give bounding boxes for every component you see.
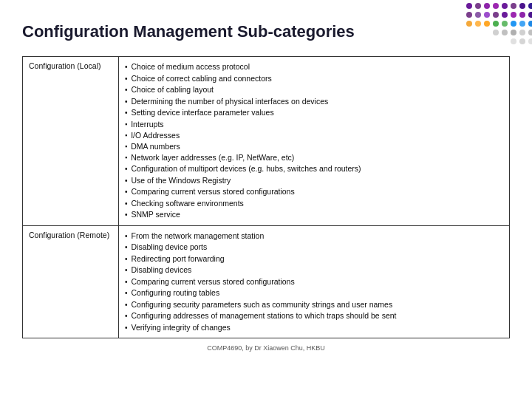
list-item: Interrupts — [125, 119, 503, 130]
list-item: From the network management station — [125, 231, 503, 242]
list-item: Configuring addresses of management stat… — [125, 310, 503, 322]
svg-point-13 — [511, 12, 516, 18]
list-item: Checking software environments — [125, 198, 503, 210]
svg-point-18 — [484, 21, 490, 27]
list-item: Disabling device ports — [125, 242, 503, 253]
list-item: SNMP service — [125, 209, 503, 221]
list-item: I/O Addresses — [125, 130, 503, 141]
svg-point-29 — [511, 38, 516, 44]
svg-point-6 — [519, 3, 525, 9]
svg-point-3 — [493, 3, 499, 9]
list-item: Setting device interface parameter value… — [125, 107, 503, 119]
dots-decoration — [458, 0, 532, 66]
svg-point-12 — [502, 12, 508, 18]
list-item: Configuring security parameters such as … — [125, 299, 503, 311]
svg-point-31 — [528, 38, 532, 44]
footer: COMP4690, by Dr Xiaowen Chu, HKBU — [22, 344, 510, 352]
main-table: Configuration (Local)Choice of medium ac… — [22, 56, 510, 338]
svg-point-9 — [475, 12, 481, 18]
list-item: Configuration of multiport devices (e.g.… — [125, 163, 503, 175]
list-item: Choice of correct cabling and connectors — [125, 73, 503, 85]
svg-point-28 — [528, 30, 532, 35]
list-item: Network layer addresses (e.g. IP, NetWar… — [125, 152, 503, 163]
svg-point-16 — [466, 21, 472, 27]
svg-point-26 — [511, 30, 516, 35]
list-item: Configuring routing tables — [125, 287, 503, 299]
table-row: Configuration (Remote)From the network m… — [23, 225, 510, 338]
category-cell: Configuration (Local) — [23, 57, 119, 226]
list-item: Verifying integrity of changes — [125, 322, 503, 334]
svg-point-23 — [528, 21, 532, 27]
svg-point-11 — [493, 12, 499, 18]
svg-point-14 — [519, 12, 525, 18]
svg-point-4 — [502, 3, 508, 9]
content-cell: From the network management stationDisab… — [119, 225, 510, 338]
svg-point-27 — [519, 30, 525, 35]
svg-point-17 — [475, 21, 481, 27]
list-item: DMA numbers — [125, 141, 503, 152]
list-item: Comparing current versus stored configur… — [125, 186, 503, 198]
svg-point-1 — [475, 3, 481, 9]
page-title: Configuration Management Sub-categories — [22, 22, 510, 41]
category-cell: Configuration (Remote) — [23, 225, 119, 338]
page: Configuration Management Sub-categories … — [0, 0, 532, 399]
svg-point-21 — [511, 21, 516, 27]
svg-point-19 — [493, 21, 499, 27]
svg-point-20 — [502, 21, 508, 27]
svg-point-8 — [466, 12, 472, 18]
svg-point-5 — [511, 3, 516, 9]
list-item: Disabling devices — [125, 265, 503, 276]
list-item: Redirecting port forwarding — [125, 253, 503, 265]
svg-point-10 — [484, 12, 490, 18]
list-item: Comparing current versus stored configur… — [125, 276, 503, 288]
table-row: Configuration (Local)Choice of medium ac… — [23, 57, 510, 226]
list-item: Choice of medium access protocol — [125, 61, 503, 73]
content-cell: Choice of medium access protocolChoice o… — [119, 57, 510, 226]
svg-point-24 — [493, 30, 499, 35]
list-item: Choice of cabling layout — [125, 84, 503, 96]
svg-point-30 — [519, 38, 525, 44]
list-item: Determining the number of physical inter… — [125, 96, 503, 108]
list-item: Use of the Windows Registry — [125, 175, 503, 187]
svg-point-0 — [466, 3, 472, 9]
svg-point-2 — [484, 3, 490, 9]
svg-point-22 — [519, 21, 525, 27]
svg-point-7 — [528, 3, 532, 9]
svg-point-25 — [502, 30, 508, 35]
svg-point-15 — [528, 12, 532, 18]
